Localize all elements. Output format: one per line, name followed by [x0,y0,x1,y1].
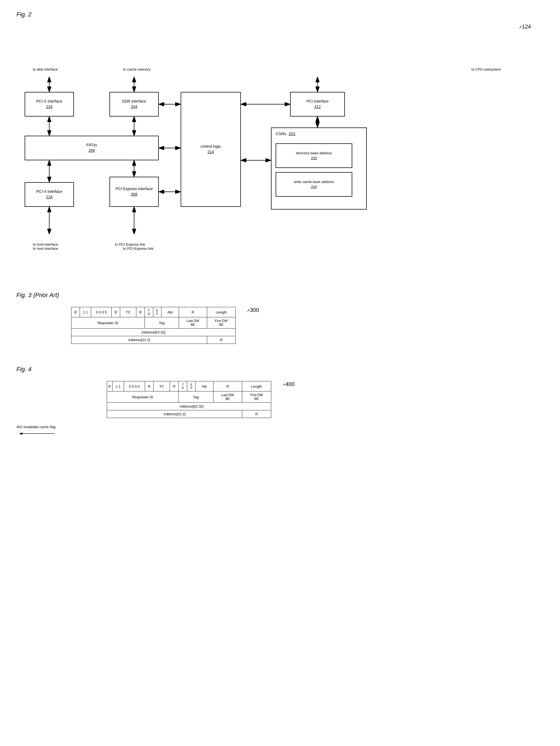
block-fifos206: FIFOs 206 [25,136,159,160]
fig4-ref: ↗400 [282,381,295,388]
table-cell: Length [207,307,235,317]
table-cell: Address[62:32] [112,403,271,410]
table-cell: Length [242,381,271,392]
table-cell: TD [144,307,153,317]
table-cell: R [72,307,80,317]
fig2-diagram: ↗124 to disk interface to cache memory t… [17,24,536,270]
table-cell: R [242,410,271,418]
fig4-table: R 1 1 0 0 0 0 R TC R TD EP Attr R Length… [107,381,271,418]
table-cell: 0 0 0 0 [124,381,145,392]
table-cell: First DWBE [207,317,235,328]
label-pcie-link: to PCI-Express link [123,247,153,251]
table-row: Requester ID Tag Last DWBE First DWBE [107,392,271,403]
table-row: Address[63:32] [72,328,236,336]
label-disk: to disk interface [33,67,58,71]
table-row: Requester ID Tag Last DWBE First DWBE [72,317,236,328]
table-cell: Last DWBE [213,392,242,403]
table-cell: R [179,307,207,317]
block-dirbase232: directory base address 232 [276,143,352,168]
table-cell: R [170,381,178,392]
table-cell: TD [178,381,187,392]
fig3-label: Fig. 3 (Prior Art) [17,292,59,299]
table-row: Address[31:2] R [72,336,236,344]
block-control214: control logic 214 [180,92,241,207]
table-cell: Requester ID [72,317,145,328]
block-pcix218: PCI-X interface 218 [25,182,74,207]
table-cell: 1 1 [112,381,124,392]
table-cell: 1 1 [80,307,91,317]
fig2-ref: ↗124 [519,24,531,30]
table-cell: EP [153,307,162,317]
block-pcie208: PCI-Express interface 208 [110,177,159,207]
label-host: to host interface [33,247,58,251]
table-row: Address[31:2] R [107,410,271,418]
table-cell: EP [187,381,195,392]
block-csrs202: CSRs 202 directory base address 232 writ… [271,127,367,209]
label-pcie-link2: to PCI-Express link [115,242,145,247]
table-cell: R [107,381,112,392]
table-cell: 0 0 0 0 [91,307,112,317]
table-cell: R [207,336,235,344]
table-cell: R [112,307,120,317]
label-cpu: to CPU subsystem [471,67,501,71]
table-cell: Tag [144,317,179,328]
table-cell: TC [120,307,136,317]
invalidate-cache-label: 402 invalidate cache flag [17,425,99,438]
table-row: R 1 1 0 0 0 0 R TC R TD EP Attr R Length [72,307,236,317]
table-cell: Tag [178,392,213,403]
fig2-label: Fig. 2 [17,11,543,18]
table-row: R 1 1 0 0 0 0 R TC R TD EP Attr R Length [107,381,271,392]
table-cell: R [145,381,153,392]
invalidate-arrow [17,430,60,438]
table-cell: Requester ID [107,392,179,403]
block-ddr204: DDR interface 204 [110,92,159,117]
fig3-ref: ↗300 [247,307,259,313]
table-cell: Address[31:2] [72,336,207,344]
fig4-section: Fig. 4 402 invalidate cache flag R 1 1 [17,366,543,418]
table-cell: TC [153,381,170,392]
table-cell: Address[63:32] [72,328,236,336]
block-wcbase234: write cache base address 234 [276,172,352,197]
table-cell: Last DWBE [179,317,207,328]
table-cell: Address[31:2] [107,410,242,418]
table-cell: R [213,381,242,392]
table-cell: First DWBE [242,392,271,403]
table-cell: R [136,307,145,317]
label-host2: to host interface [33,242,58,247]
table-row: Address[62:32] [107,403,271,410]
fig3-table: R 1 1 0 0 0 0 R TC R TD EP Attr R Length… [71,307,236,344]
fig3-section: Fig. 3 (Prior Art) R 1 1 0 0 0 0 R TC R … [17,292,543,344]
table-cell [107,403,112,410]
label-cache: to cache memory [123,67,150,71]
table-cell: Attr [196,381,214,392]
block-pci212: PCI interface 212 [290,92,345,117]
fig4-label: Fig. 4 [17,366,31,373]
block-pcix216: PCI-X interface 216 [25,92,74,117]
table-cell: Attr [162,307,179,317]
